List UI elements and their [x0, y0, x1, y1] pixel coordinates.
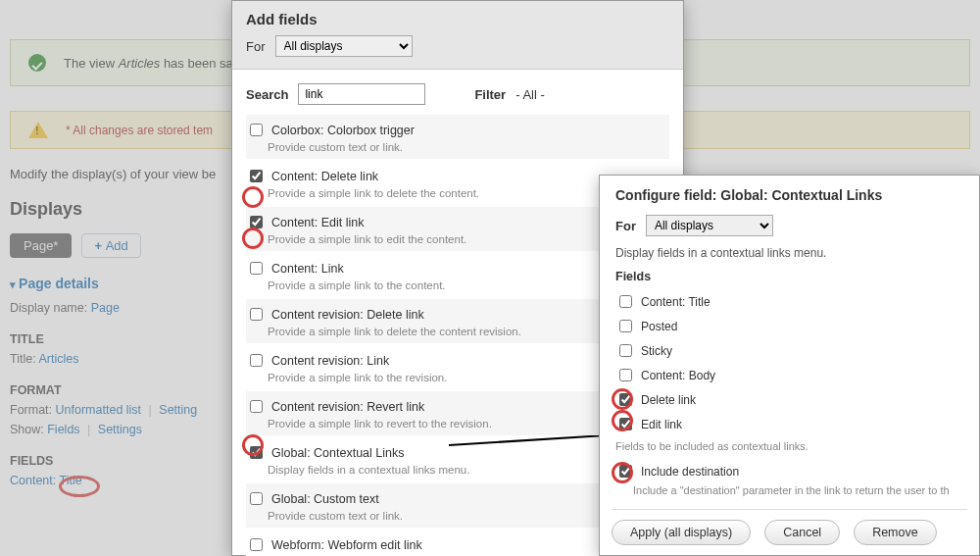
cancel-button[interactable]: Cancel: [764, 520, 840, 545]
field-title: Global: Contextual Links: [271, 446, 405, 460]
field-checkbox[interactable]: [250, 308, 263, 321]
field-title: Content: Link: [271, 262, 344, 276]
filter-label: Filter: [474, 87, 506, 102]
configure-field-checkbox[interactable]: [619, 295, 632, 308]
field-checkbox[interactable]: [250, 492, 263, 505]
configure-field-item[interactable]: Delete link: [615, 387, 963, 412]
configure-fields-heading: Fields: [615, 270, 963, 283]
field-checkbox[interactable]: [250, 400, 263, 413]
configure-field-checkbox[interactable]: [619, 344, 632, 357]
apply-button[interactable]: Apply (all displays): [612, 520, 751, 545]
field-title: Content revision: Delete link: [271, 308, 424, 322]
field-title: Content: Edit link: [271, 216, 365, 229]
field-checkbox[interactable]: [250, 354, 263, 367]
configure-field-item[interactable]: Sticky: [615, 338, 963, 363]
include-destination-help: Include a "destination" parameter in the…: [633, 484, 963, 496]
configure-field-checkbox[interactable]: [619, 320, 632, 332]
configure-field-item[interactable]: Content: Body: [615, 363, 963, 387]
for-select[interactable]: All displays: [275, 35, 413, 57]
configure-field-label: Content: Title: [641, 295, 710, 309]
field-row[interactable]: Colorbox: Colorbox triggerProvide custom…: [246, 115, 669, 159]
configure-fields-help: Fields to be included as contextual link…: [615, 440, 963, 452]
annotation-circle: [612, 462, 633, 483]
include-destination-label[interactable]: Include destination: [641, 465, 739, 479]
configure-description: Display fields in a contextual links men…: [615, 246, 963, 260]
field-checkbox[interactable]: [250, 538, 263, 551]
for-row: For All displays: [246, 35, 669, 57]
remove-button[interactable]: Remove: [854, 520, 937, 545]
field-title: Content: Delete link: [271, 170, 378, 183]
field-checkbox[interactable]: [250, 262, 263, 275]
search-label: Search: [246, 87, 288, 102]
configure-field-label: Delete link: [641, 393, 696, 407]
configure-field-label: Posted: [641, 320, 677, 333]
configure-title: Configure field: Global: Contextual Link…: [615, 187, 963, 203]
field-title: Webform: Webform edit link: [271, 538, 422, 552]
annotation-circle: [242, 227, 264, 249]
field-checkbox[interactable]: [250, 124, 263, 136]
configure-field-checkbox[interactable]: [619, 369, 632, 381]
configure-fields-list: Content: TitlePostedStickyContent: BodyD…: [615, 289, 963, 436]
configure-field-dialog: Configure field: Global: Contextual Link…: [599, 175, 980, 556]
field-title: Content revision: Revert link: [271, 400, 424, 414]
configure-for-select[interactable]: All displays: [646, 215, 773, 236]
configure-field-label: Edit link: [641, 418, 682, 431]
dialog-title: Add fields: [246, 11, 669, 27]
configure-for-label: For: [615, 219, 636, 233]
for-label: For: [246, 39, 266, 54]
search-filter-row: Search Filter - All -: [232, 70, 683, 115]
field-checkbox[interactable]: [250, 170, 263, 182]
annotation-circle: [612, 388, 633, 410]
annotation-circle: [242, 186, 264, 208]
field-description: Provide custom text or link.: [268, 141, 669, 153]
configure-field-label: Content: Body: [641, 369, 715, 382]
annotation-circle: [612, 410, 633, 431]
annotation-circle: [242, 434, 264, 456]
configure-field-item[interactable]: Posted: [615, 314, 963, 338]
filter-value[interactable]: - All -: [515, 87, 545, 102]
search-input[interactable]: [298, 83, 425, 105]
configure-field-item[interactable]: Content: Title: [615, 289, 963, 314]
field-title: Content revision: Link: [271, 354, 389, 368]
dialog-actions: Apply (all displays) Cancel Remove: [612, 509, 967, 545]
configure-field-label: Sticky: [641, 344, 672, 358]
configure-field-item[interactable]: Edit link: [615, 412, 963, 436]
field-title: Colorbox: Colorbox trigger: [271, 124, 415, 137]
configure-for-row: For All displays: [615, 215, 963, 236]
dialog-header: Add fields For All displays: [232, 1, 683, 70]
field-title: Global: Custom text: [271, 492, 379, 506]
